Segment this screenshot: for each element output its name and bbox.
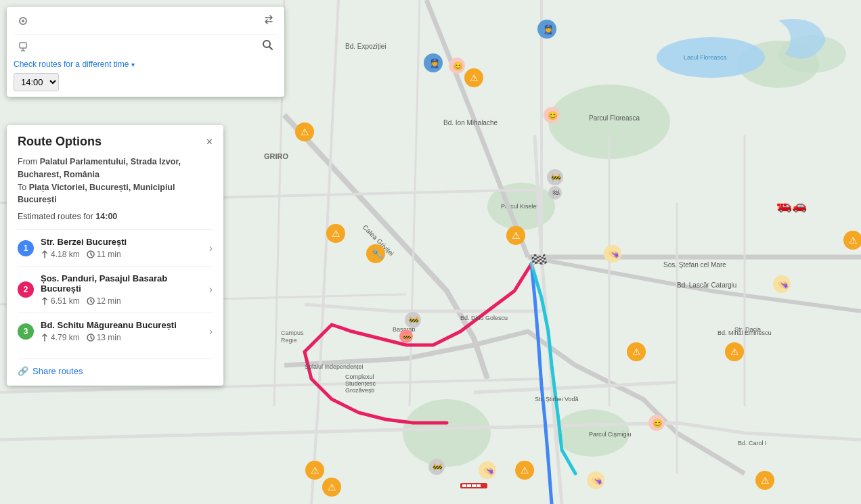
svg-text:Campus: Campus xyxy=(281,329,304,336)
svg-text:■■■: ■■■ xyxy=(777,202,787,208)
from-label: From xyxy=(18,157,37,166)
svg-text:Sos. Ștefan cel Mare: Sos. Ștefan cel Mare xyxy=(663,261,726,269)
svg-text:Str. Știrbei Vodă: Str. Știrbei Vodă xyxy=(535,396,579,403)
svg-text:Parcul Cișmigiu: Parcul Cișmigiu xyxy=(589,431,632,438)
routes-list: 1 Str. Berzei București 4.18 km 11 min › xyxy=(18,229,213,349)
route-name-2: Șos. Panduri, Pasajul Basarab București xyxy=(41,273,205,294)
svg-text:Studențesc: Studențesc xyxy=(345,380,376,387)
route-duration-3: 13 min xyxy=(87,333,121,342)
route-number-2: 2 xyxy=(18,281,34,298)
route-info-1: Str. Berzei București 4.18 km 11 min xyxy=(41,237,205,259)
estimated-time: Estimated routes for 14:00 xyxy=(18,212,213,221)
svg-text:Bd. Dinu Golescu: Bd. Dinu Golescu xyxy=(460,315,508,321)
chevron-down-icon: ▾ xyxy=(131,61,135,68)
route-name-1: Str. Berzei București xyxy=(41,237,205,247)
svg-rect-88 xyxy=(467,484,471,487)
to-label: To xyxy=(18,183,26,192)
svg-text:🚧: 🚧 xyxy=(433,462,443,472)
svg-text:😊: 😊 xyxy=(653,418,663,428)
svg-text:🚧: 🚧 xyxy=(409,315,419,325)
route-details-1: 4.18 km 11 min xyxy=(41,250,205,259)
route-chevron-1: › xyxy=(209,242,213,254)
route-duration-2: 12 min xyxy=(87,296,121,306)
route-number-1: 1 xyxy=(18,240,34,256)
route-panel-title: Route Options xyxy=(18,135,102,149)
origin-icon xyxy=(14,16,32,26)
svg-text:👮: 👮 xyxy=(429,58,441,69)
route-panel: Route Options × From Palatul Parlamentul… xyxy=(7,125,223,386)
svg-text:🏁: 🏁 xyxy=(529,253,548,271)
svg-text:🚧: 🚧 xyxy=(403,333,412,342)
svg-text:⚠: ⚠ xyxy=(632,346,641,357)
destination-icon xyxy=(14,41,32,52)
swap-button[interactable] xyxy=(260,12,278,30)
svg-rect-87 xyxy=(462,484,466,487)
route-chevron-2: › xyxy=(209,283,213,296)
time-select[interactable]: 14:00 14:30 15:00 15:30 xyxy=(14,73,59,91)
svg-text:Complexul: Complexul xyxy=(345,373,374,380)
svg-text:👮: 👮 xyxy=(543,24,554,35)
svg-text:Splaiul Independenței: Splaiul Independenței xyxy=(305,363,363,370)
close-button[interactable]: × xyxy=(206,136,213,148)
route-distance-3: 4.79 km xyxy=(41,333,80,342)
svg-text:Bd. Expoziției: Bd. Expoziției xyxy=(345,43,387,50)
route-distance-1: 4.18 km xyxy=(41,250,80,259)
svg-text:Regie: Regie xyxy=(281,337,297,344)
svg-text:🏁: 🏁 xyxy=(552,189,560,198)
svg-text:🔧: 🔧 xyxy=(372,248,384,260)
svg-line-97 xyxy=(269,47,272,49)
route-item-2[interactable]: 2 Șos. Panduri, Pasajul Basarab Bucureșt… xyxy=(18,266,213,313)
svg-text:⚠: ⚠ xyxy=(730,346,739,357)
svg-text:Grozăvești: Grozăvești xyxy=(345,387,374,394)
svg-text:⚠: ⚠ xyxy=(311,465,319,476)
svg-text:⚠: ⚠ xyxy=(332,228,340,239)
svg-rect-90 xyxy=(477,484,481,487)
svg-rect-89 xyxy=(472,484,476,487)
svg-text:⚠: ⚠ xyxy=(470,72,479,83)
svg-text:👒: 👒 xyxy=(609,248,620,260)
svg-text:⚠: ⚠ xyxy=(849,235,858,246)
route-item-3[interactable]: 3 Bd. Schitu Măgureanu București 4.79 km… xyxy=(18,313,213,349)
route-name-3: Bd. Schitu Măgureanu București xyxy=(41,320,205,330)
svg-text:⚠: ⚠ xyxy=(301,127,309,137)
route-info-2: Șos. Panduri, Pasajul Basarab București … xyxy=(41,273,205,306)
origin-input[interactable]: Palatul Parlamentului, Strada Izvor, Buc… xyxy=(32,15,260,28)
estimated-time-value: 14:00 xyxy=(95,212,117,221)
svg-text:⚠: ⚠ xyxy=(761,475,770,486)
svg-point-92 xyxy=(22,20,24,22)
destination-input[interactable]: Piața Victoriei, București, Municipiul B… xyxy=(32,40,257,53)
time-selector-row: 14:00 14:30 15:00 15:30 xyxy=(14,73,278,91)
search-panel: Palatul Parlamentului, Strada Izvor, Buc… xyxy=(7,7,284,97)
route-details-3: 4.79 km 13 min xyxy=(41,333,205,342)
route-duration-1: 11 min xyxy=(87,250,121,259)
svg-text:🚗: 🚗 xyxy=(792,198,808,213)
svg-text:⚠: ⚠ xyxy=(512,230,521,241)
svg-text:GRIRO: GRIRO xyxy=(264,152,289,160)
route-number-3: 3 xyxy=(18,323,34,340)
share-icon: 🔗 xyxy=(18,366,28,376)
svg-text:😊: 😊 xyxy=(453,61,463,71)
svg-text:⚠: ⚠ xyxy=(521,465,529,476)
route-item-1[interactable]: 1 Str. Berzei București 4.18 km 11 min › xyxy=(18,229,213,266)
time-check-row: Check routes for a different time ▾ xyxy=(14,60,278,69)
search-button[interactable] xyxy=(257,37,278,55)
route-chevron-3: › xyxy=(209,325,213,338)
from-value: Palatul Parlamentului, Strada Izvor, Buc… xyxy=(18,157,181,179)
to-value: Piața Victoriei, București, Municipiul B… xyxy=(18,183,175,205)
svg-text:👒: 👒 xyxy=(592,475,603,486)
time-check-link[interactable]: Check routes for a different time xyxy=(14,60,129,69)
route-info-3: Bd. Schitu Măgureanu București 4.79 km 1… xyxy=(41,320,205,342)
svg-rect-93 xyxy=(20,43,26,48)
svg-text:Bd. Ion Mihalache: Bd. Ion Mihalache xyxy=(443,119,498,127)
svg-text:⚠: ⚠ xyxy=(328,482,336,492)
route-distance-2: 6.51 km xyxy=(41,296,80,306)
svg-text:😊: 😊 xyxy=(548,110,558,120)
svg-point-7 xyxy=(403,399,491,467)
share-routes-button[interactable]: 🔗 Share routes xyxy=(18,359,213,376)
svg-text:Bd. Lascăr Catargiu: Bd. Lascăr Catargiu xyxy=(677,281,736,289)
share-routes-label: Share routes xyxy=(32,366,83,376)
svg-text:🚧: 🚧 xyxy=(551,173,561,183)
svg-text:Str. Dacia: Str. Dacia xyxy=(734,326,761,333)
route-details-2: 6.51 km 12 min xyxy=(41,296,205,306)
estimated-prefix: Estimated routes for xyxy=(18,212,93,221)
